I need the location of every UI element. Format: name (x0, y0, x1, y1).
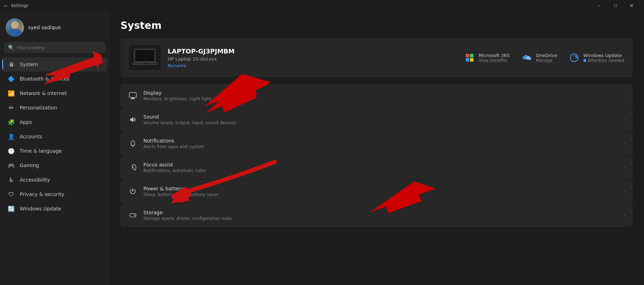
settings-icon-focus (128, 163, 138, 172)
nav-icon-gaming: 🎮 (8, 162, 15, 169)
nav-icon-bluetooth: 🔷 (8, 75, 15, 82)
settings-desc-storage: Storage space, drives, configuration rul… (143, 216, 618, 221)
settings-title-display: Display (143, 90, 618, 96)
settings-item-power[interactable]: Power & battery Sleep, battery usage, ba… (120, 180, 633, 203)
search-box[interactable]: 🔍 (4, 42, 105, 53)
settings-item-notifications[interactable]: Notifications Alerts from apps and syste… (120, 132, 633, 155)
laptop-icon (131, 47, 159, 68)
settings-icon-display (128, 91, 138, 101)
settings-text-sound: Sound Volume levels, output, input, soun… (143, 114, 618, 125)
device-image (129, 45, 161, 70)
settings-title-notifications: Notifications (143, 138, 618, 144)
chevron-icon-power: › (623, 189, 625, 194)
sidebar-item-windows-update[interactable]: 🔄 Windows Update (2, 202, 107, 216)
nav-label-personalization: Personalization (20, 105, 57, 110)
settings-item-sound[interactable]: Sound Volume levels, output, input, soun… (120, 108, 633, 131)
sidebar-nav: 🖥 System 🔷 Bluetooth & devices 📶 Network… (0, 57, 109, 216)
nav-icon-accounts: 👤 (8, 133, 15, 140)
svg-point-11 (132, 167, 134, 168)
nav-label-time: Time & language (20, 148, 62, 154)
sidebar-item-network[interactable]: 📶 Network & internet (2, 86, 107, 100)
user-profile[interactable]: syed sadique (0, 11, 109, 42)
winupdate-sub: Attention needed (583, 58, 624, 63)
chevron-icon-notifications: › (623, 141, 625, 146)
winupdate-icon (569, 52, 580, 63)
svg-point-13 (134, 215, 135, 216)
sidebar-item-system[interactable]: 🖥 System (2, 57, 107, 71)
window-controls: ─ ☐ ✕ (591, 0, 640, 11)
titlebar-title: Settings (11, 3, 28, 8)
device-model: HP Laptop 15-da1xxx (168, 56, 457, 62)
nav-label-network: Network & internet (20, 90, 67, 96)
nav-label-bluetooth: Bluetooth & devices (20, 76, 69, 82)
settings-item-storage[interactable]: Storage Storage space, drives, configura… (120, 204, 633, 227)
service-winupdate[interactable]: Windows Update Attention needed (569, 52, 624, 63)
sidebar-item-gaming[interactable]: 🎮 Gaming (2, 158, 107, 172)
device-services: Microsoft 365 View benefits (464, 52, 624, 63)
settings-text-storage: Storage Storage space, drives, configura… (143, 210, 618, 221)
close-button[interactable]: ✕ (624, 0, 640, 11)
avatar (6, 18, 24, 37)
settings-desc-sound: Volume levels, output, input, sound devi… (143, 120, 618, 125)
sidebar-item-accounts[interactable]: 👤 Accounts (2, 129, 107, 144)
settings-text-power: Power & battery Sleep, battery usage, ba… (143, 186, 618, 197)
nav-label-privacy: Privacy & security (20, 191, 64, 197)
nav-icon-time: 🕐 (8, 147, 15, 154)
settings-title-focus: Focus assist (143, 162, 618, 167)
maximize-button[interactable]: ☐ (607, 0, 624, 11)
titlebar: ← Settings ─ ☐ ✕ (0, 0, 644, 11)
sidebar-item-apps[interactable]: 🧩 Apps (2, 115, 107, 129)
nav-label-apps: Apps (20, 119, 32, 125)
sidebar-item-personalization[interactable]: ✏️ Personalization (2, 101, 107, 115)
nav-icon-accessibility: ♿ (8, 176, 15, 183)
sidebar-item-time[interactable]: 🕐 Time & language (2, 144, 107, 158)
chevron-icon-focus: › (623, 165, 625, 170)
settings-icon-storage (128, 210, 138, 220)
ms365-icon (464, 52, 475, 63)
settings-text-notifications: Notifications Alerts from apps and syste… (143, 138, 618, 149)
nav-label-system: System (20, 62, 38, 67)
rename-link[interactable]: Rename (168, 63, 457, 68)
settings-list: Display Monitors, brightness, night ligh… (120, 84, 633, 227)
svg-point-3 (142, 63, 148, 64)
device-card: LAPTOP-GJ3PJMBM HP Laptop 15-da1xxx Rena… (120, 38, 633, 77)
search-icon: 🔍 (8, 45, 14, 50)
ms365-sub: View benefits (479, 58, 510, 63)
chevron-icon-sound: › (623, 117, 625, 122)
nav-label-windows-update: Windows Update (20, 206, 61, 211)
service-ms365[interactable]: Microsoft 365 View benefits (464, 52, 510, 63)
onedrive-icon (521, 52, 532, 63)
main-content: System LAPTOP-GJ3PJMBM HP Laptop 15-da1x… (109, 11, 644, 285)
settings-title-power: Power & battery (143, 186, 618, 191)
settings-desc-notifications: Alerts from apps and system (143, 144, 618, 149)
minimize-button[interactable]: ─ (591, 0, 607, 11)
svg-point-10 (132, 146, 134, 147)
winupdate-label: Windows Update (583, 53, 624, 58)
settings-desc-display: Monitors, brightness, night light, displ… (143, 96, 618, 101)
service-onedrive[interactable]: OneDrive Manage (521, 52, 557, 63)
username: syed sadique (28, 25, 61, 30)
sidebar-item-privacy[interactable]: 🛡 Privacy & security (2, 187, 107, 201)
svg-marker-9 (130, 117, 133, 122)
settings-desc-focus: Notifications, automatic rules (143, 168, 618, 173)
content-wrapper: System LAPTOP-GJ3PJMBM HP Laptop 15-da1x… (109, 11, 644, 285)
onedrive-label: OneDrive (536, 53, 557, 58)
settings-icon-power (128, 186, 138, 196)
nav-icon-windows-update: 🔄 (8, 205, 15, 212)
search-input[interactable] (17, 45, 101, 50)
attention-dot (583, 59, 586, 62)
sidebar-item-bluetooth[interactable]: 🔷 Bluetooth & devices (2, 72, 107, 86)
sidebar: syed sadique 🔍 🖥 System 🔷 Bluetooth & de… (0, 11, 109, 285)
settings-item-focus[interactable]: Focus assist Notifications, automatic ru… (120, 156, 633, 179)
nav-icon-apps: 🧩 (8, 119, 15, 126)
settings-text-display: Display Monitors, brightness, night ligh… (143, 90, 618, 101)
back-icon[interactable]: ← (4, 3, 8, 8)
settings-icon-notifications (128, 139, 138, 148)
settings-desc-power: Sleep, battery usage, battery saver (143, 192, 618, 197)
nav-icon-system: 🖥 (8, 61, 15, 68)
settings-item-display[interactable]: Display Monitors, brightness, night ligh… (120, 84, 633, 107)
nav-label-accounts: Accounts (20, 134, 42, 139)
sidebar-item-accessibility[interactable]: ♿ Accessibility (2, 173, 107, 187)
search-container: 🔍 (0, 42, 109, 57)
nav-label-gaming: Gaming (20, 163, 39, 168)
